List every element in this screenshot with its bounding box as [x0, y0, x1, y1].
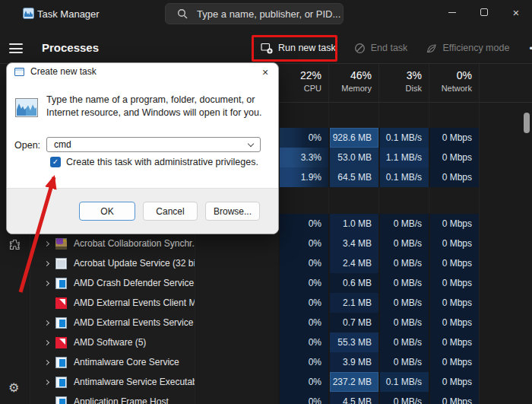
memory-usage-total: 46% — [350, 69, 372, 81]
expand-chevron-icon[interactable] — [43, 380, 50, 384]
process-row[interactable]: AMD External Events Service ...0%0.7 MB0… — [30, 313, 532, 332]
nav-menu-button[interactable] — [9, 43, 23, 53]
process-name-cell: AMD Software (5) — [30, 332, 195, 352]
status-cell — [195, 234, 278, 253]
expand-chevron-icon[interactable] — [43, 262, 50, 266]
filler-cell — [479, 293, 532, 313]
filler-cell — [479, 352, 532, 372]
expand-chevron-icon[interactable] — [43, 341, 50, 345]
open-label: Open: — [14, 140, 40, 151]
close-button[interactable]: × — [500, 0, 532, 24]
more-options-button[interactable]: ••• — [518, 43, 532, 54]
browse-button[interactable]: Browse... — [205, 202, 260, 221]
cpu-column-label: CPU — [304, 84, 321, 93]
process-name-label: Acrobat Collaboration Synchr... — [74, 238, 195, 249]
process-name-cell: Application Frame Host — [30, 392, 195, 404]
memory-value-cell: 2.4 MB — [328, 253, 378, 273]
process-row[interactable]: Antimalware Service Executable0%237.2 MB… — [30, 372, 532, 392]
header-cpu[interactable]: 22% CPU — [278, 64, 328, 102]
dialog-close-button[interactable]: × — [259, 66, 271, 78]
end-task-icon — [354, 43, 366, 54]
filler-cell — [479, 392, 532, 404]
run-new-task-button[interactable]: Run new task — [252, 36, 345, 61]
filler-cell — [479, 214, 532, 234]
dialog-window-icon — [14, 68, 24, 76]
filler-cell — [479, 313, 532, 332]
process-name-label: Antimalware Core Service — [74, 357, 179, 367]
process-row[interactable]: AMD Software (5)0%55.3 MB0 MB/s0 Mbps — [30, 332, 532, 352]
process-row[interactable]: Acrobat Update Service (32 bit)0%2.4 MB0… — [30, 253, 532, 273]
network-value-cell: 0 Mbps — [429, 372, 479, 392]
disk-cell — [378, 187, 429, 214]
settings-gear-icon[interactable]: ⚙ — [8, 382, 19, 394]
close-icon: × — [513, 7, 520, 18]
status-cell — [195, 313, 278, 332]
memory-value-cell: 3.9 MB — [328, 352, 378, 372]
process-name-label: AMD Software (5) — [74, 337, 146, 348]
network-value-cell: 0 Mbps — [429, 167, 479, 187]
acrobat-collab-icon — [55, 238, 67, 250]
cpu-value-cell: 0% — [278, 332, 328, 352]
memory-value-cell: 237.2 MB — [328, 372, 378, 392]
disk-value-cell: 0.1 MB/s — [378, 167, 429, 187]
window-blue-icon — [55, 357, 67, 368]
process-row[interactable]: Application Frame Host0%4.5 MB0 MB/s0 Mb… — [30, 392, 532, 404]
header-disk[interactable]: 3% Disk — [378, 64, 429, 102]
search-input[interactable]: Type a name, publisher, or PID... — [165, 3, 344, 24]
network-value-cell: 0 Mbps — [429, 313, 479, 332]
header-memory[interactable]: 46% Memory — [328, 64, 378, 102]
dialog-titlebar: Create new task × — [7, 63, 278, 80]
cpu-value-cell: 0% — [278, 313, 328, 332]
expand-chevron-icon[interactable] — [43, 242, 50, 246]
dialog-app-chart-icon — [15, 98, 38, 117]
memory-value-cell: 0.7 MB — [328, 313, 378, 332]
dialog-message-line1: Type the name of a program, folder, docu… — [46, 94, 274, 107]
network-value-cell: 0 Mbps — [429, 332, 479, 352]
chevron-down-icon — [248, 141, 254, 147]
search-icon — [177, 8, 188, 19]
filler-cell — [479, 148, 532, 167]
status-cell — [195, 352, 278, 372]
cpu-value-cell: 0% — [278, 234, 328, 253]
disk-value-cell: 0 MB/s — [378, 313, 429, 332]
process-row[interactable]: Antimalware Core Service0%3.9 MB0 MB/s0 … — [30, 352, 532, 372]
header-network[interactable]: 0% Network — [429, 64, 479, 102]
maximize-button[interactable] — [468, 0, 500, 24]
services-puzzle-icon[interactable] — [8, 238, 21, 251]
cpu-value-cell: 1.9% — [278, 167, 328, 187]
memory-value-cell: 3.4 MB — [328, 234, 378, 253]
dialog-title: Create new task — [30, 66, 97, 77]
network-value-cell: 0 Mbps — [429, 293, 479, 313]
expand-chevron-icon[interactable] — [43, 321, 50, 325]
vertical-scrollbar-thumb[interactable] — [524, 113, 530, 133]
titlebar: Task Manager Type a name, publisher, or … — [0, 0, 532, 32]
efficiency-mode-button[interactable]: Efficiency mode — [416, 36, 518, 61]
memory-value-cell: 53.0 MB — [328, 148, 378, 167]
ok-button[interactable]: OK — [79, 202, 135, 221]
filler-cell — [479, 332, 532, 352]
memory-value-cell: 2.1 MB — [328, 293, 378, 313]
open-combobox[interactable]: cmd — [46, 137, 261, 152]
status-cell — [195, 253, 278, 273]
admin-privileges-checkbox[interactable]: ✓ — [50, 157, 61, 167]
expand-chevron-icon[interactable] — [43, 361, 50, 364]
filler-cell — [479, 253, 532, 273]
process-row[interactable]: Acrobat Collaboration Synchr...0%3.4 MB0… — [30, 234, 532, 253]
expand-chevron-icon[interactable] — [43, 282, 50, 285]
toolbar: Processes Run new task End task — [0, 32, 532, 64]
process-name-cell: Acrobat Update Service (32 bit) — [30, 253, 195, 273]
process-name-cell: AMD External Events Service ... — [30, 313, 195, 332]
network-value-cell: 0 Mbps — [429, 253, 479, 273]
minimize-button[interactable] — [436, 0, 468, 24]
task-manager-window: Task Manager Type a name, publisher, or … — [0, 0, 532, 404]
disk-value-cell: 0 MB/s — [378, 253, 429, 273]
memory-value-cell: 4.5 MB — [328, 392, 378, 404]
memory-column-label: Memory — [341, 84, 372, 93]
disk-value-cell: 0 MB/s — [378, 234, 429, 253]
filler-cell — [479, 234, 532, 253]
process-row[interactable]: AMD External Events Client M...0%2.1 MB0… — [30, 293, 532, 313]
cpu-value-cell: 0% — [278, 128, 328, 148]
process-row[interactable]: AMD Crash Defender Service0%0.6 MB0 MB/s… — [30, 273, 532, 293]
cancel-button[interactable]: Cancel — [143, 202, 198, 221]
end-task-button[interactable]: End task — [345, 36, 417, 61]
